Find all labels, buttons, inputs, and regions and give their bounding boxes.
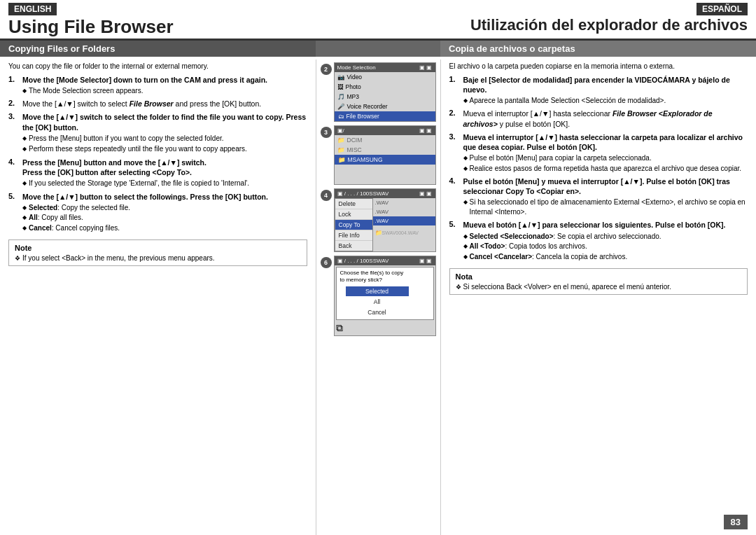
note-title-en: Note bbox=[15, 244, 301, 252]
screen1-item-mp3: 🎵MP3 bbox=[335, 92, 435, 102]
step3-num-es: 3. bbox=[449, 132, 461, 173]
screen1-title: Mode Selection bbox=[337, 64, 376, 71]
lang-espanol-tag: ESPAÑOL bbox=[696, 3, 748, 15]
step2-content-es: Mueva el interruptor [▲/▼] hasta selecci… bbox=[463, 109, 748, 128]
screen-4: ▣ / . . . / 100SSWAV▣ ▣ Choose the file(… bbox=[334, 256, 436, 337]
screen-2: ▣/▣ ▣ 📁DCIM 📁MISC 📁MSAMSUNG bbox=[334, 125, 436, 185]
screen1-item-video: 📷Video bbox=[335, 72, 435, 82]
step-circle-6: 6 bbox=[321, 257, 332, 268]
step5-num-en: 5. bbox=[8, 192, 20, 233]
nota-title-es: Nota bbox=[456, 272, 742, 281]
menu-file-info: File Info bbox=[335, 230, 372, 241]
step1-num-es: 1. bbox=[449, 75, 461, 106]
note-box-es: Nota ❖ Si selecciona Back <Volver> en el… bbox=[449, 268, 748, 295]
page-title-es: Utilización del explorador de archivos bbox=[470, 17, 748, 34]
menu-delete: Delete bbox=[335, 199, 372, 209]
copy-option-cancel[interactable]: Cancel bbox=[346, 307, 409, 317]
screen1-item-photo: 🖼Photo bbox=[335, 82, 435, 92]
step-circle-1: 2 bbox=[321, 64, 332, 75]
step3-content-en: Move the [▲/▼] switch to select the fold… bbox=[22, 112, 307, 153]
intro-es: El archivo o la carpeta pueden copiarse … bbox=[449, 62, 748, 70]
section-header-en: Copying Files or Folders bbox=[8, 43, 115, 54]
step1-content-es: Baje el [Selector de modalidad] para enc… bbox=[463, 75, 748, 106]
step5-content-es: Mueva el botón [▲/▼] para seleccionar lo… bbox=[463, 220, 726, 261]
step-circle-4: 4 bbox=[321, 190, 332, 201]
step2-content-en: Move the [▲/▼] switch to select File Bro… bbox=[22, 99, 261, 109]
step5-content-en: Move the [▲/▼] button to select the foll… bbox=[22, 192, 268, 233]
step4-num-en: 4. bbox=[8, 158, 20, 188]
note-box-en: Note ❖ If you select <Back> in the menu,… bbox=[8, 239, 307, 266]
menu-back: Back bbox=[335, 241, 372, 251]
copy-option-all[interactable]: All bbox=[346, 297, 409, 307]
screen2-item-misc: 📁MISC bbox=[335, 145, 435, 155]
copy-option-selected[interactable]: Selected bbox=[346, 286, 409, 296]
screen2-item-msamsung: 📁MSAMSUNG bbox=[335, 155, 435, 165]
step5-num-es: 5. bbox=[449, 220, 461, 261]
step2-num-es: 2. bbox=[449, 109, 461, 128]
menu-lock: Lock bbox=[335, 209, 372, 220]
step4-num-es: 4. bbox=[449, 176, 461, 216]
lang-english-tag: ENGLISH bbox=[8, 3, 57, 15]
step1-num-en: 1. bbox=[8, 75, 20, 96]
step4-content-en: Press the [Menu] button and move the [▲/… bbox=[22, 158, 249, 188]
page-title-en: Using File Browser bbox=[8, 17, 367, 37]
screen1-item-voice: 🎤Voice Recorder bbox=[335, 102, 435, 111]
panel-screens: 2 Mode Selection ▣ ▣ 📷Video 🖼Photo 🎵MP3 … bbox=[316, 60, 441, 535]
menu-copy-to: Copy To bbox=[335, 220, 372, 230]
panel-spanish: El archivo o la carpeta pueden copiarse … bbox=[441, 60, 757, 535]
step4-content-es: Pulse el botón [Menu] y mueva el interru… bbox=[463, 176, 748, 216]
step-circle-3: 3 bbox=[321, 127, 332, 138]
section-header-es: Copia de archivos o carpetas bbox=[449, 43, 575, 54]
step3-num-en: 3. bbox=[8, 112, 20, 153]
screen-3: ▣ / . . . / 100SSWAV▣ ▣ Delete Lock Copy… bbox=[334, 188, 436, 252]
step3-content-es: Mueva el interruptor [▲/▼] hasta selecci… bbox=[463, 132, 748, 173]
screen-1: Mode Selection ▣ ▣ 📷Video 🖼Photo 🎵MP3 🎤V… bbox=[334, 62, 436, 122]
page-number: 83 bbox=[724, 515, 748, 529]
step2-num-en: 2. bbox=[8, 99, 20, 109]
copy-dialog-text: Choose the file(s) to copyto memory stic… bbox=[340, 270, 430, 284]
intro-en: You can copy the file or folder to the i… bbox=[8, 62, 307, 70]
screen2-item-dcim: 📁DCIM bbox=[335, 135, 435, 145]
page: ENGLISH Using File Browser ESPAÑOL Utili… bbox=[0, 0, 756, 535]
panel-english: You can copy the file or folder to the i… bbox=[0, 60, 316, 535]
step1-content-en: Move the [Mode Selector] down to turn on… bbox=[22, 75, 267, 96]
screen1-item-browser: 🗂File Browser bbox=[335, 111, 435, 121]
